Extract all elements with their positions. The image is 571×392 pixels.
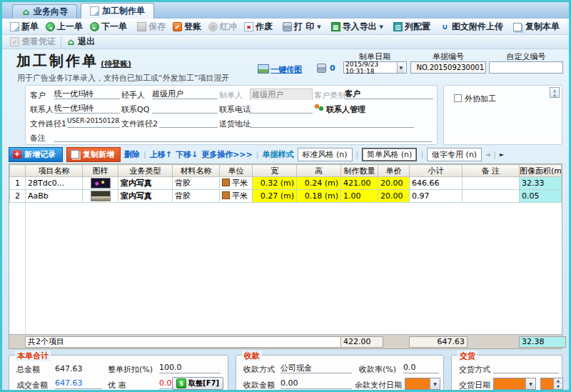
tab-business-wizard[interactable]: ⌂ 业务向导	[12, 4, 77, 19]
custom-number-field[interactable]	[489, 61, 563, 74]
material-cell[interactable]: 背胶	[173, 177, 220, 190]
next-order-button[interactable]: ►下一单	[86, 20, 131, 34]
item-name-cell[interactable]: 28Tdc0...	[26, 177, 83, 190]
plus-icon: +	[13, 150, 21, 159]
phone-label: 联系电话	[219, 104, 251, 115]
void-icon: ✖	[244, 22, 253, 31]
void-button[interactable]: ✖作废	[241, 20, 276, 34]
customer-field[interactable]: 统一优玛特	[54, 89, 120, 99]
subtotal-cell[interactable]: 0.97	[410, 190, 463, 203]
payment-amount-field[interactable]: 0.00	[281, 378, 352, 389]
delivery-time-spinner[interactable]: ▲▼	[540, 378, 563, 390]
category-field[interactable]: 客户	[345, 89, 433, 99]
doc-number-field[interactable]: NO.201509230001	[410, 61, 486, 74]
item-name-cell[interactable]: AaBb	[26, 190, 83, 203]
style-tab-lettering[interactable]: 做字专用 (n)	[427, 148, 482, 161]
price-cell[interactable]: 20.00	[378, 177, 410, 190]
discount-field[interactable]: 100.0	[159, 363, 221, 373]
spin-up-button[interactable]: ▲	[554, 378, 562, 384]
style-tab-standard[interactable]: 标准风格 (n)	[298, 148, 353, 161]
items-grid: 项目名称 图样 业务类型 材料名称 单位 宽 高 制作数量 单价 小计 备 注 …	[9, 164, 562, 335]
delivery-date-dropdown[interactable]: ▼	[493, 378, 536, 390]
printer-icon[interactable]	[317, 64, 326, 73]
order-date-field[interactable]: 2015/9/23 10:31:18 ▼	[343, 61, 407, 74]
one-click-upload-link[interactable]: 一键传图	[271, 64, 302, 75]
path1-field[interactable]: USER-20150128ZN:C:\	[67, 117, 120, 128]
post-account-button[interactable]: ✔登账	[169, 20, 205, 34]
separator: |	[356, 150, 359, 159]
arrow-right-icon: ►	[90, 22, 99, 31]
unit-value: 平米	[232, 191, 248, 201]
delete-row-link[interactable]: 删除	[124, 149, 140, 160]
row-number: 2	[10, 190, 26, 203]
thumbnail-cell[interactable]	[83, 190, 118, 203]
business-type-cell[interactable]: 室内写真	[118, 190, 173, 203]
material-cell[interactable]: 背胶	[173, 190, 220, 203]
amount-total: 647.63	[409, 336, 468, 348]
width-cell[interactable]: 0.27 (m)	[253, 190, 297, 203]
path2-label: 文件路径2	[121, 119, 158, 129]
qq-field[interactable]	[152, 103, 218, 114]
collapse-button[interactable]: ∧∧	[550, 87, 560, 98]
scroll-right-icon[interactable]: ►	[500, 151, 504, 158]
caret-down-icon: ▼	[525, 378, 535, 389]
tab-processing-order[interactable]: 加工制作单	[81, 3, 154, 19]
date-dropdown-button[interactable]: ▼	[397, 62, 405, 73]
subtotal-cell[interactable]: 646.66	[410, 177, 463, 190]
spin-down-button[interactable]: ▼	[554, 384, 562, 390]
move-down-link[interactable]: 下移↓	[176, 149, 198, 160]
new-order-button[interactable]: 新单	[6, 20, 42, 34]
scroll-left-icon[interactable]: ◄	[485, 151, 490, 158]
height-cell[interactable]: 0.18 (m)	[297, 190, 341, 203]
round-off-button[interactable]: $ 取整[F7]	[172, 377, 223, 390]
note-cell[interactable]	[463, 190, 520, 203]
address-label: 送货地址	[219, 119, 251, 129]
outsource-checkbox[interactable]	[454, 94, 462, 102]
import-export-button[interactable]: ▦导入导出▼	[328, 20, 387, 34]
paste-screenshot-button[interactable]: ✎粘贴截图	[566, 20, 571, 34]
custom-number-label: 自定义编号	[489, 51, 563, 62]
note-field[interactable]	[54, 131, 433, 142]
more-actions-link[interactable]: 更多操作>>>	[201, 149, 253, 160]
delivery-method-field[interactable]	[493, 363, 559, 373]
unit-cell[interactable]: 平米	[220, 190, 253, 203]
button-label: 导入导出	[343, 21, 377, 33]
exit-button[interactable]: ⌂退出	[63, 35, 98, 49]
handler-field[interactable]: 超级用户	[152, 89, 218, 99]
copy-order-button[interactable]: 复制本单	[510, 20, 563, 34]
prev-order-button[interactable]: ◄上一单	[42, 20, 86, 34]
business-type-cell[interactable]: 室内写真	[118, 177, 173, 190]
style-tab-simple[interactable]: 简单风格 (n)	[362, 148, 417, 161]
width-cell[interactable]: 0.32 (m)	[253, 177, 297, 190]
qty-cell[interactable]: 421.00	[341, 177, 378, 190]
balance-date-dropdown[interactable]: ▼	[405, 378, 440, 390]
attachment-upload-button[interactable]: ∪图文附件上传	[437, 20, 507, 34]
copy-add-button[interactable]: 复制新增	[66, 147, 121, 162]
path2-field[interactable]	[159, 117, 218, 128]
save-button[interactable]: 保存	[133, 20, 169, 34]
column-config-button[interactable]: ▥列配置	[390, 20, 434, 34]
phone-field[interactable]	[250, 103, 313, 114]
qty-cell[interactable]: 1.00	[341, 190, 378, 203]
payment-method-field[interactable]: 公司现金	[281, 363, 352, 373]
unit-cell[interactable]: 平米	[220, 177, 253, 190]
red-reverse-button[interactable]: ◎红冲	[205, 20, 241, 34]
address-field[interactable]	[250, 117, 414, 128]
caret-down-icon: ▼	[430, 378, 440, 389]
outsource-label: 外协加工	[465, 94, 496, 104]
add-record-button[interactable]: +新增记录	[9, 147, 63, 162]
price-cell[interactable]: 20.00	[378, 190, 410, 203]
height-cell[interactable]: 0.24 (m)	[297, 177, 341, 190]
contact-field[interactable]: 统一优玛特	[54, 103, 120, 114]
thumbnail-cell[interactable]	[83, 177, 118, 190]
print-button[interactable]: 打 印▼	[279, 20, 325, 34]
area-cell[interactable]: 32.33	[520, 177, 562, 190]
area-cell[interactable]: 0.05	[520, 190, 562, 203]
payment-rate-field[interactable]: 0.0	[403, 363, 439, 373]
deal-amount-field[interactable]: 647.63	[55, 378, 102, 389]
contacts-manager-link[interactable]: 联系人管理	[326, 104, 365, 115]
view-voucher-button[interactable]: ✔查看凭证	[6, 35, 59, 49]
move-up-link[interactable]: 上移↑	[150, 149, 172, 160]
note-cell[interactable]	[463, 177, 520, 190]
delivery-method-label: 交货方式	[459, 364, 490, 375]
